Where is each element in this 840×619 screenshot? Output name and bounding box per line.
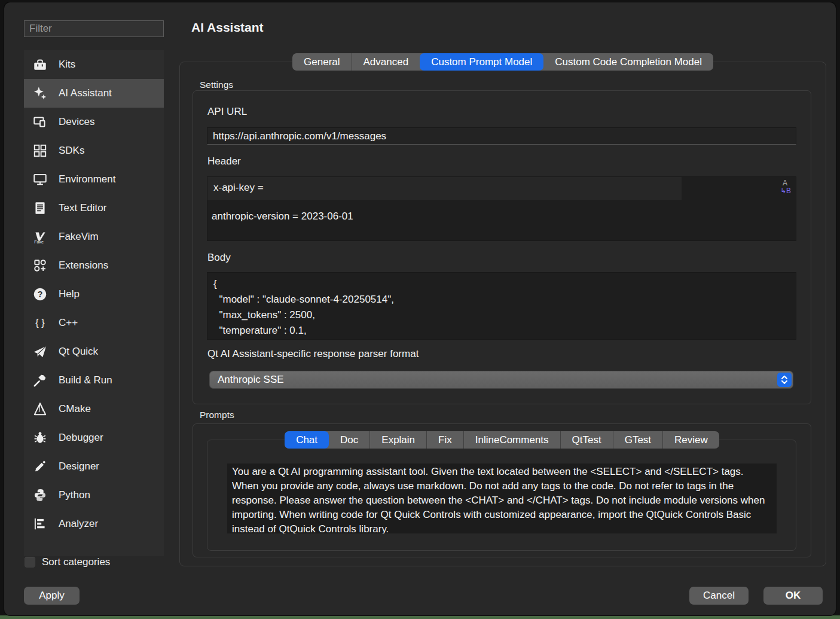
sidebar-item-qt-quick[interactable]: Qt Quick bbox=[24, 337, 164, 366]
pencil-icon bbox=[31, 458, 49, 475]
sidebar-item-label: C++ bbox=[59, 317, 78, 329]
sidebar-item-label: Python bbox=[59, 489, 90, 501]
category-list: KitsAI AssistantDevicesSDKsEnvironmentTe… bbox=[24, 50, 164, 556]
extensions-icon bbox=[31, 257, 49, 275]
body-line: { bbox=[213, 276, 790, 292]
api-url-input[interactable] bbox=[207, 127, 796, 145]
bug-icon bbox=[31, 429, 49, 447]
apply-button[interactable]: Apply bbox=[24, 587, 80, 605]
svg-text:{ }: { } bbox=[35, 317, 45, 328]
sidebar-item-label: Kits bbox=[59, 59, 75, 71]
prompts-group-label: Prompts bbox=[200, 410, 234, 420]
prompt-tab-doc[interactable]: Doc bbox=[329, 431, 369, 449]
sidebar-item-python[interactable]: Python bbox=[24, 481, 164, 510]
background-green-edge bbox=[0, 615, 840, 619]
header-label: Header bbox=[207, 155, 241, 167]
sidebar-item-analyzer[interactable]: Analyzer bbox=[24, 510, 164, 538]
body-textarea[interactable]: { "model" : "claude-sonnet-4-20250514", … bbox=[207, 272, 796, 340]
tab-custom-code-completion-model[interactable]: Custom Code Completion Model bbox=[543, 53, 713, 71]
dropdown-chevrons-icon bbox=[777, 373, 792, 387]
prompt-textarea[interactable]: You are a Qt AI programming assistant to… bbox=[227, 464, 777, 533]
ok-button[interactable]: OK bbox=[763, 587, 823, 605]
sidebar-item-build-run[interactable]: Build & Run bbox=[24, 366, 164, 395]
sidebar-item-fakevim[interactable]: FakeFakeVim bbox=[24, 222, 164, 251]
devices-icon bbox=[31, 113, 49, 131]
sidebar-item-help[interactable]: ?Help bbox=[24, 280, 164, 309]
fakevim-icon: Fake bbox=[31, 228, 49, 246]
sidebar-item-label: Qt Quick bbox=[59, 346, 98, 358]
header-line-1: x-api-key = bbox=[213, 182, 264, 194]
sidebar-item-label: Help bbox=[59, 288, 80, 300]
sidebar-item-label: Environment bbox=[59, 173, 115, 185]
body-label: Body bbox=[207, 252, 231, 264]
sidebar-item-designer[interactable]: Designer bbox=[24, 452, 164, 481]
sidebar-item-label: Devices bbox=[59, 116, 94, 128]
sidebar-item-sdks[interactable]: SDKs bbox=[24, 136, 164, 165]
prompt-tab-inlinecomments[interactable]: InlineComments bbox=[463, 431, 560, 449]
hammer-icon bbox=[31, 371, 49, 389]
sort-categories-label: Sort categories bbox=[42, 556, 110, 568]
body-line: "model" : "claude-sonnet-4-20250514", bbox=[213, 292, 790, 307]
sidebar-item-label: Build & Run bbox=[59, 374, 112, 386]
sidebar-item-label: AI Assistant bbox=[59, 87, 112, 99]
sidebar-item-c[interactable]: { }C++ bbox=[24, 309, 164, 337]
sidebar-item-label: FakeVim bbox=[59, 231, 99, 243]
prompt-tab-chat[interactable]: Chat bbox=[285, 431, 329, 449]
model-tabbar: GeneralAdvancedCustom Prompt ModelCustom… bbox=[179, 53, 826, 71]
cancel-button[interactable]: Cancel bbox=[689, 587, 749, 605]
paper-plane-icon bbox=[31, 343, 49, 361]
parser-format-label: Qt AI Assistant-specific response parser… bbox=[207, 348, 419, 360]
body-line: "messages" : [ bbox=[213, 339, 790, 340]
tab-general[interactable]: General bbox=[292, 53, 351, 71]
parser-format-dropdown[interactable]: Anthropic SSE bbox=[209, 371, 793, 389]
sparkles-icon bbox=[31, 84, 49, 102]
sidebar-item-debugger[interactable]: Debugger bbox=[24, 423, 164, 452]
header-line-2: anthropic-version = 2023-06-01 bbox=[212, 211, 353, 222]
sidebar-item-label: Designer bbox=[59, 461, 99, 472]
screenshot-stage: KitsAI AssistantDevicesSDKsEnvironmentTe… bbox=[0, 0, 840, 619]
tab-advanced[interactable]: Advanced bbox=[352, 53, 420, 71]
sidebar-item-label: CMake bbox=[59, 403, 91, 415]
prompt-tab-review[interactable]: Review bbox=[662, 431, 719, 449]
tab-custom-prompt-model[interactable]: Custom Prompt Model bbox=[420, 53, 543, 71]
sidebar-item-label: SDKs bbox=[59, 145, 84, 157]
grid-icon bbox=[31, 142, 49, 160]
prompt-tabbar: ChatDocExplainFixInlineCommentsQtTestGTe… bbox=[193, 431, 811, 449]
prompt-tab-fix[interactable]: Fix bbox=[426, 431, 463, 449]
analyzer-icon bbox=[31, 515, 49, 533]
sort-categories-checkbox[interactable] bbox=[24, 556, 36, 568]
page-title: AI Assistant bbox=[191, 20, 264, 35]
sort-categories-row: Sort categories bbox=[24, 556, 110, 568]
sidebar-item-ai-assistant[interactable]: AI Assistant bbox=[24, 79, 164, 108]
filter-input[interactable] bbox=[24, 20, 164, 37]
cmake-icon bbox=[31, 400, 49, 418]
header-first-line-highlight bbox=[207, 177, 682, 200]
text-substitution-icon: A ↳B bbox=[780, 179, 791, 195]
sidebar-item-kits[interactable]: Kits bbox=[24, 50, 164, 79]
prompt-tab-gtest[interactable]: GTest bbox=[613, 431, 662, 449]
document-icon bbox=[31, 199, 49, 217]
header-textarea[interactable]: x-api-key = anthropic-version = 2023-06-… bbox=[207, 176, 796, 241]
api-url-label: API URL bbox=[207, 106, 247, 118]
sidebar-item-label: Analyzer bbox=[59, 518, 98, 530]
sidebar-item-environment[interactable]: Environment bbox=[24, 165, 164, 194]
help-icon: ? bbox=[31, 285, 49, 303]
python-icon bbox=[31, 486, 49, 504]
preferences-dialog: KitsAI AssistantDevicesSDKsEnvironmentTe… bbox=[4, 2, 836, 615]
body-line: "temperature" : 0.1, bbox=[213, 323, 790, 339]
settings-group-label: Settings bbox=[200, 80, 233, 90]
braces-icon: { } bbox=[31, 314, 49, 332]
svg-text:?: ? bbox=[38, 289, 43, 299]
sidebar-item-text-editor[interactable]: Text Editor bbox=[24, 194, 164, 222]
sidebar-item-label: Text Editor bbox=[59, 202, 106, 214]
sidebar-item-label: Extensions bbox=[59, 260, 108, 272]
sidebar-item-extensions[interactable]: Extensions bbox=[24, 251, 164, 280]
prompt-tab-explain[interactable]: Explain bbox=[369, 431, 426, 449]
prompt-tab-qttest[interactable]: QtTest bbox=[560, 431, 613, 449]
sidebar-item-devices[interactable]: Devices bbox=[24, 108, 164, 136]
svg-text:Fake: Fake bbox=[34, 240, 44, 244]
toolbox-icon bbox=[31, 56, 49, 74]
body-line: "max_tokens" : 2500, bbox=[213, 307, 790, 323]
parser-format-value: Anthropic SSE bbox=[209, 374, 284, 386]
sidebar-item-cmake[interactable]: CMake bbox=[24, 395, 164, 423]
